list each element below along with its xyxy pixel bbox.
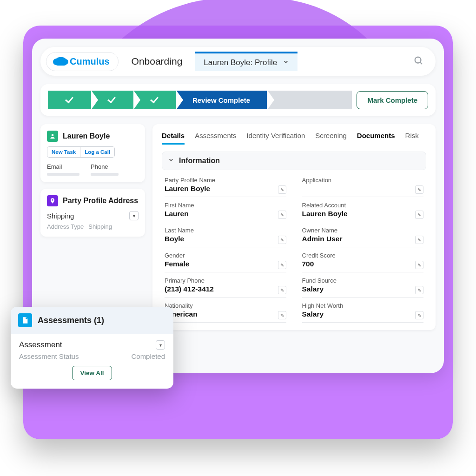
edit-icon[interactable]: ✎ xyxy=(415,261,423,269)
check-icon xyxy=(65,95,73,104)
app-header: Cumulus Onboarding Lauren Boyle: Profile xyxy=(40,47,436,76)
address-menu-button[interactable]: ▾ xyxy=(129,211,139,220)
assessments-floating-card: Assessments (1) Assessment ▾ Assessment … xyxy=(11,307,173,389)
detail-field: Primary Phone(213) 412-3412✎ xyxy=(165,277,286,298)
tab-screening[interactable]: Screening xyxy=(315,132,347,145)
field-label: Application xyxy=(302,177,424,184)
field-value: American xyxy=(165,310,286,319)
edit-icon[interactable]: ✎ xyxy=(415,236,423,244)
email-field-label: Email xyxy=(47,163,79,176)
detail-field: Owner NameAdmin User✎ xyxy=(302,227,424,247)
context-label: Onboarding xyxy=(125,53,189,70)
brand-pill[interactable]: Cumulus xyxy=(46,52,119,71)
person-icon xyxy=(47,131,58,142)
check-icon xyxy=(150,95,159,104)
detail-field: GenderFemale✎ xyxy=(165,252,286,272)
fields-grid: Party Profile NameLauren Boyle✎Applicati… xyxy=(162,177,426,323)
section-toggle[interactable]: Information xyxy=(162,152,426,170)
field-value: Lauren xyxy=(165,210,286,219)
field-label: Gender xyxy=(165,252,286,259)
profile-summary-card: Lauren Boyle New Task Log a Call Email P… xyxy=(40,124,145,182)
new-task-button[interactable]: New Task xyxy=(47,147,80,157)
detail-field: Credit Score700✎ xyxy=(302,252,424,272)
field-value: Lauren Boyle xyxy=(165,185,286,194)
edit-icon[interactable]: ✎ xyxy=(278,311,286,319)
edit-icon[interactable]: ✎ xyxy=(278,211,286,219)
field-label: Primary Phone xyxy=(165,277,286,284)
document-icon xyxy=(18,313,32,327)
detail-field: Related AccountLauren Boyle✎ xyxy=(302,202,424,222)
chevron-down-icon xyxy=(283,58,289,67)
edit-icon[interactable]: ✎ xyxy=(415,185,423,194)
path-step-complete[interactable] xyxy=(48,91,91,109)
svg-point-3 xyxy=(52,199,53,201)
field-value: Salary xyxy=(302,285,424,294)
assessment-menu-button[interactable]: ▾ xyxy=(156,340,165,350)
tab-identity-verification[interactable]: Identity Verification xyxy=(246,132,305,145)
address-card: Party Profile Address Shipping ▾ Address… xyxy=(40,189,145,237)
path-step-current[interactable]: Review Complete xyxy=(176,91,267,109)
field-value: Admin User xyxy=(302,235,424,244)
progress-path-card: Review Complete Mark Complete xyxy=(40,84,436,116)
profile-name: Lauren Boyle xyxy=(63,132,110,140)
edit-icon[interactable]: ✎ xyxy=(278,236,286,244)
tab-documents[interactable]: Documents xyxy=(357,132,395,145)
workspace-tab[interactable]: Lauren Boyle: Profile xyxy=(195,52,298,71)
edit-icon[interactable]: ✎ xyxy=(415,311,423,319)
edit-icon[interactable]: ✎ xyxy=(278,185,286,194)
address-type-label: Address Type xyxy=(47,223,84,230)
phone-field-label: Phone xyxy=(91,163,119,176)
brand-name: Cumulus xyxy=(70,56,110,67)
workspace-tab-label: Lauren Boyle: Profile xyxy=(204,58,277,67)
address-card-title: Party Profile Address xyxy=(63,197,138,205)
address-primary: Shipping xyxy=(47,212,74,220)
field-value: Salary xyxy=(302,310,424,319)
field-value: Lauren Boyle xyxy=(302,210,424,219)
field-value xyxy=(302,185,424,194)
field-value: (213) 412-3412 xyxy=(165,285,286,294)
field-value: Female xyxy=(165,260,286,269)
field-label: Nationality xyxy=(165,302,286,309)
field-value: Boyle xyxy=(165,235,286,244)
edit-icon[interactable]: ✎ xyxy=(415,211,423,219)
address-type-value: Shipping xyxy=(88,223,112,230)
field-label: Party Profile Name xyxy=(165,177,286,184)
detail-field: High Net WorthSalary✎ xyxy=(302,302,424,323)
detail-field: First NameLauren✎ xyxy=(165,202,286,222)
search-button[interactable] xyxy=(413,55,423,67)
location-icon xyxy=(47,195,58,206)
tab-assessments[interactable]: Assessments xyxy=(195,132,236,145)
edit-icon[interactable]: ✎ xyxy=(415,286,423,294)
field-label: Last Name xyxy=(165,227,286,234)
field-value: 700 xyxy=(302,260,424,269)
field-label: Related Account xyxy=(302,202,424,209)
search-icon xyxy=(413,55,423,66)
assessments-title: Assessments (1) xyxy=(38,316,104,325)
field-label: First Name xyxy=(165,202,286,209)
assessment-status-label: Assessment Status xyxy=(19,352,79,360)
edit-icon[interactable]: ✎ xyxy=(278,261,286,269)
detail-field: Last NameBoyle✎ xyxy=(165,227,286,247)
assessment-status-value: Completed xyxy=(131,352,165,360)
field-label: Fund Source xyxy=(302,277,424,284)
log-call-button[interactable]: Log a Call xyxy=(80,147,114,157)
view-all-button[interactable]: View All xyxy=(72,366,112,380)
section-title: Information xyxy=(179,157,220,165)
field-label: Owner Name xyxy=(302,227,424,234)
detail-field: Fund SourceSalary✎ xyxy=(302,277,424,298)
chevron-down-icon xyxy=(168,157,174,165)
tab-details[interactable]: Details xyxy=(162,132,185,145)
placeholder-bar xyxy=(47,173,79,176)
tab-risk[interactable]: Risk xyxy=(405,132,419,145)
mark-complete-button[interactable]: Mark Complete xyxy=(357,91,428,109)
path-step-future[interactable] xyxy=(267,91,352,109)
svg-line-1 xyxy=(420,62,422,64)
detail-panel: Details Assessments Identity Verificatio… xyxy=(152,124,436,330)
assessment-item-label: Assessment xyxy=(19,340,62,350)
detail-tabs: Details Assessments Identity Verificatio… xyxy=(162,132,426,145)
edit-icon[interactable]: ✎ xyxy=(278,286,286,294)
check-icon xyxy=(107,95,116,104)
progress-path: Review Complete xyxy=(48,91,352,109)
detail-field: Party Profile NameLauren Boyle✎ xyxy=(165,177,286,197)
placeholder-bar xyxy=(91,173,119,176)
